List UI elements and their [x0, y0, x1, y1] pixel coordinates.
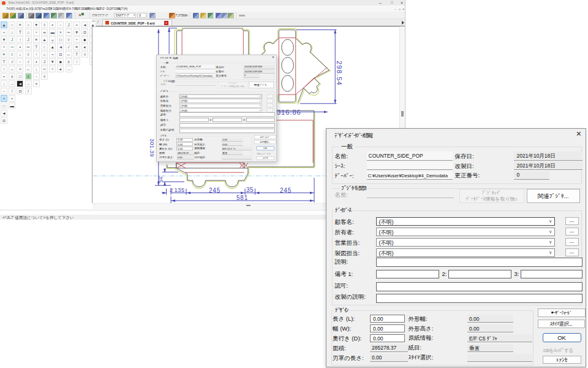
svg-text:245: 245 [280, 187, 292, 194]
svg-text:35: 35 [246, 186, 254, 193]
svg-text:581: 581 [236, 194, 248, 201]
svg-text:2: 2 [170, 186, 173, 193]
svg-text:298.54: 298.54 [336, 61, 343, 86]
svg-text:301.39: 301.39 [149, 139, 155, 157]
svg-text:316.86: 316.86 [277, 109, 301, 116]
svg-text:135: 135 [175, 186, 185, 193]
svg-text:245: 245 [209, 187, 221, 194]
